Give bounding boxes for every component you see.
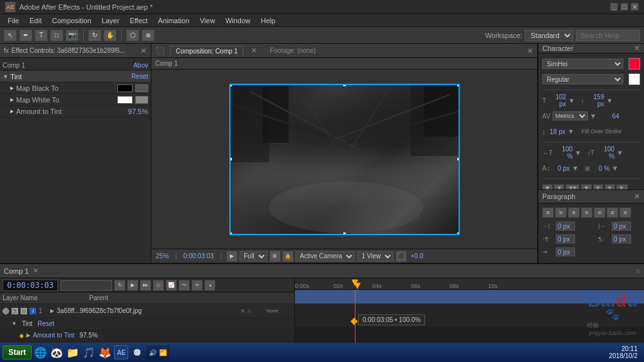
tool-clone[interactable]: ⊕ <box>142 30 155 41</box>
scale-h-val[interactable]: 100 % <box>554 146 573 160</box>
comp-resolution-select[interactable]: Full <box>240 251 267 262</box>
amount-value[interactable]: 97.5% <box>128 108 148 115</box>
tool-pan[interactable]: ✋ <box>104 30 117 41</box>
maximize-btn[interactable]: □ <box>620 3 629 11</box>
sub-effect-value[interactable]: 97.5% <box>79 332 97 339</box>
tl-play-btn[interactable]: ▶ <box>128 280 138 291</box>
baseline-val[interactable]: 0 px <box>552 165 570 172</box>
amount-expand[interactable]: ▶ <box>10 109 14 114</box>
timeline-layer-row[interactable]: 🔊 J 1 ▶ 3a68ff...9f69628c7b7f0e0f.jpg fx… <box>0 304 294 318</box>
comp-grid-btn[interactable]: ⊞ <box>270 251 280 262</box>
menu-edit[interactable]: Edit <box>24 15 47 26</box>
volume-icon[interactable]: 🔊 <box>149 349 156 356</box>
tl-motion-btn[interactable]: 〜 <box>179 280 189 291</box>
white-swatch-alt[interactable] <box>135 96 148 104</box>
style-btn-3[interactable]: T <box>581 184 591 189</box>
tool-camera[interactable]: 📷 <box>66 30 79 41</box>
align-left[interactable]: ≡ <box>542 207 554 218</box>
paragraph-close[interactable]: ✕ <box>634 192 640 201</box>
layer-vis-btn[interactable] <box>3 308 9 314</box>
workspace-select[interactable]: Standard <box>525 30 573 41</box>
font-style-select[interactable]: Regular <box>542 74 623 84</box>
handle-bm[interactable] <box>343 232 346 235</box>
timeline-expand[interactable]: ≡ <box>636 267 640 276</box>
comp-tab[interactable]: Composition: Comp 1 <box>170 46 243 56</box>
tool-shape[interactable]: □ <box>50 30 63 41</box>
taskbar-ie[interactable]: 🌐 <box>33 345 48 359</box>
align-justify[interactable]: ≡ <box>581 207 592 218</box>
timeline-tab-close[interactable]: ✕ <box>33 267 39 275</box>
font-height-val[interactable]: 159 px <box>586 93 604 108</box>
taskbar-media[interactable]: 🎵 <box>82 345 96 359</box>
comp-render-btn[interactable]: ⬛ <box>396 251 406 262</box>
handle-tl[interactable] <box>229 84 232 87</box>
white-expand[interactable]: ▶ <box>10 97 14 102</box>
tool-rotate[interactable]: ↻ <box>88 30 101 41</box>
handle-ml[interactable] <box>229 157 232 161</box>
font-size-val[interactable]: 102 px <box>548 93 566 108</box>
comp-views-select[interactable]: 1 View <box>357 251 393 262</box>
tl-graph-btn[interactable]: 📈 <box>166 280 176 291</box>
taskbar-ae[interactable]: AE <box>114 345 128 359</box>
tint-reset[interactable]: Reset <box>131 73 148 80</box>
comp-close[interactable]: ✕ <box>527 46 533 55</box>
tl-puppetpin-btn[interactable]: ⬥ <box>205 280 215 291</box>
fill-color-swatch[interactable] <box>629 58 640 70</box>
menu-animation[interactable]: Animation <box>153 15 194 26</box>
align-center[interactable]: ≡ <box>555 207 567 218</box>
sub-effect-expand[interactable]: ▶ <box>26 332 30 338</box>
tl-keyframe-btn[interactable]: ◇ <box>153 280 164 291</box>
timeline-time-display[interactable]: 0:00:03:03 <box>3 280 58 291</box>
timeline-tab-label[interactable]: Comp 1 <box>4 267 29 275</box>
layer-name[interactable]: 3a68ff...9f69628c7b7f0e0f.jpg <box>57 307 238 314</box>
space-after-input[interactable] <box>612 234 631 243</box>
effect-controls-close[interactable]: ✕ <box>140 46 147 55</box>
menu-effect[interactable]: Effect <box>124 15 153 26</box>
minimize-btn[interactable]: _ <box>610 3 618 11</box>
taskbar-firefox[interactable]: 🦊 <box>98 345 112 359</box>
menu-file[interactable]: File <box>3 15 24 26</box>
style-btn-5[interactable]: T <box>605 184 615 189</box>
menu-help[interactable]: Help <box>256 15 281 26</box>
effect-expand[interactable]: ▼ <box>12 321 17 327</box>
align-justify-c[interactable]: ≡ <box>607 207 618 218</box>
indent-right-input[interactable] <box>612 222 631 231</box>
align-justify-l[interactable]: ≡ <box>594 207 605 218</box>
tool-select[interactable]: ↖ <box>4 30 17 41</box>
indent-first-input[interactable] <box>556 247 575 256</box>
tracking-val[interactable]: 64 <box>601 113 620 120</box>
comp-tab-close[interactable]: ✕ <box>251 46 257 55</box>
layer-parent[interactable]: None <box>253 308 292 314</box>
tl-loop-btn[interactable]: ↻ <box>115 280 125 291</box>
handle-tm[interactable] <box>343 84 346 87</box>
style-btn-4[interactable]: T <box>593 184 603 189</box>
comp-lock-btn[interactable]: 🔒 <box>283 251 293 262</box>
comp-viewport[interactable] <box>151 70 537 249</box>
comp-view-select[interactable]: Active Camera <box>296 251 355 262</box>
timeline-ruler[interactable]: 0:00s 02s 04s 06s 08s 10s <box>295 278 644 290</box>
keyframe-diamond[interactable] <box>350 318 357 325</box>
handle-tr[interactable] <box>457 84 460 87</box>
style-btn-1[interactable]: T <box>554 184 564 189</box>
handle-br[interactable] <box>457 232 460 235</box>
character-close[interactable]: ✕ <box>634 44 640 53</box>
handle-mr[interactable] <box>457 157 460 161</box>
effect-reset-link[interactable]: Reset <box>37 320 54 327</box>
line-height-val[interactable]: 18 px <box>547 128 565 135</box>
layer-expand-arrow[interactable]: ▶ <box>50 308 54 314</box>
indent-left-input[interactable] <box>556 222 575 231</box>
tool-text[interactable]: T <box>35 30 48 41</box>
start-button[interactable]: Start <box>3 345 32 359</box>
scale-v-val[interactable]: 100 % <box>596 146 614 160</box>
layer-audio-btn[interactable]: 🔊 <box>12 308 18 314</box>
tint-section-header[interactable]: ▼ Tint Reset <box>0 71 151 82</box>
style-btn-6[interactable]: T. <box>616 184 628 189</box>
tool-pen[interactable]: ✒ <box>19 30 32 41</box>
timeline-search[interactable] <box>61 280 112 291</box>
space-before-input[interactable] <box>556 234 575 243</box>
black-color-swatch[interactable] <box>117 84 133 92</box>
style-btn-2[interactable]: TT <box>565 184 580 189</box>
taskbar-panda[interactable]: 🐼 <box>50 345 64 359</box>
keyframe-diamond-icon[interactable]: ◆ <box>19 332 24 339</box>
menu-composition[interactable]: Composition <box>47 15 97 26</box>
